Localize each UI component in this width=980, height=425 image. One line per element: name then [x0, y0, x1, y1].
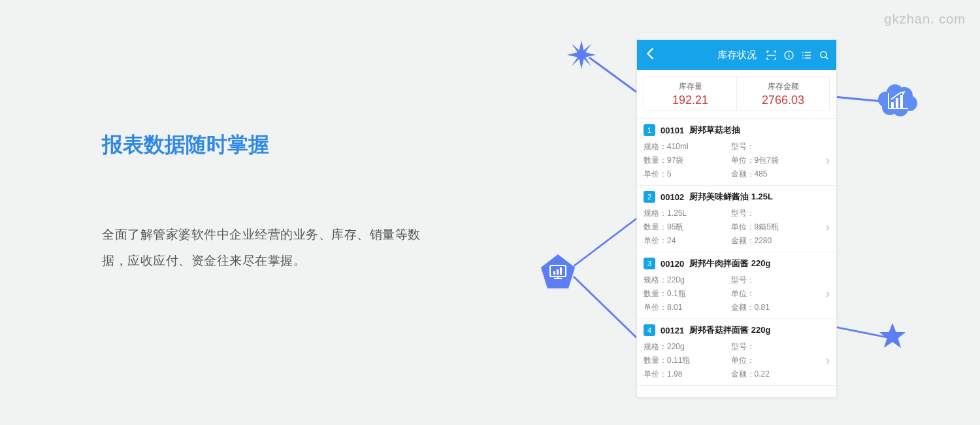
- svg-point-32: [802, 54, 804, 56]
- scan-icon[interactable]: [766, 50, 777, 61]
- summary-row: 库存量 192.21 库存金额 2766.03: [637, 70, 836, 119]
- svg-rect-11: [557, 269, 559, 275]
- svg-rect-22: [896, 98, 898, 108]
- app-header: 库存状况: [637, 40, 836, 70]
- qty-field: 数量：95瓶: [644, 222, 731, 233]
- monitor-chart-icon: [540, 254, 576, 290]
- info-icon[interactable]: [783, 50, 794, 61]
- summary-qty-label: 库存量: [644, 81, 736, 92]
- svg-line-0: [589, 58, 640, 95]
- spec-field: 规格：220g: [644, 275, 731, 286]
- model-field: 型号：: [731, 141, 819, 152]
- item-code: 00121: [661, 326, 684, 335]
- svg-line-1: [574, 216, 640, 266]
- item-name: 厨邦香菇拌面酱 220g: [689, 324, 770, 336]
- starburst-icon: [567, 41, 596, 72]
- svg-point-30: [802, 52, 804, 53]
- amount-field: 金额：0.22: [731, 369, 819, 380]
- list-item[interactable]: 300120厨邦牛肉拌面酱 220g规格：220g型号：›数量：0.1瓶单位：单…: [637, 252, 836, 319]
- item-code: 00120: [661, 259, 684, 269]
- amount-field: 金额：0.81: [731, 302, 819, 313]
- summary-amount-value: 2766.03: [737, 94, 829, 107]
- unit-field: 单位：: [731, 288, 819, 299]
- svg-rect-10: [553, 271, 555, 275]
- page-title: 库存状况: [717, 49, 757, 61]
- unit-field: 单位：9箱5瓶: [731, 222, 819, 233]
- search-icon[interactable]: [819, 50, 830, 61]
- svg-point-29: [789, 52, 789, 53]
- item-name: 厨邦草菇老抽: [689, 124, 740, 136]
- index-badge: 1: [644, 124, 655, 136]
- phone-mockup: 库存状况: [636, 39, 837, 398]
- item-name: 厨邦牛肉拌面酱 220g: [689, 258, 770, 269]
- chevron-right-icon[interactable]: ›: [818, 154, 830, 167]
- summary-amount-label: 库存金额: [737, 81, 829, 92]
- index-badge: 4: [644, 324, 655, 336]
- svg-rect-12: [560, 267, 562, 275]
- unit-field: 单位：9包7袋: [731, 155, 819, 166]
- svg-line-3: [834, 97, 882, 101]
- spec-field: 规格：220g: [644, 341, 731, 352]
- price-field: 单价：1.98: [644, 369, 731, 380]
- index-badge: 2: [644, 191, 655, 203]
- svg-line-2: [574, 277, 639, 340]
- qty-field: 数量：0.1瓶: [644, 288, 731, 299]
- chevron-right-icon[interactable]: ›: [818, 354, 830, 367]
- svg-point-34: [802, 57, 804, 58]
- item-code: 00101: [661, 126, 684, 135]
- item-code: 00102: [661, 192, 684, 202]
- star-icon: [878, 322, 907, 353]
- svg-point-36: [821, 51, 826, 57]
- back-icon[interactable]: [644, 46, 658, 63]
- item-name: 厨邦美味鲜酱油 1.25L: [689, 191, 773, 203]
- cloud-chart-icon: [877, 84, 919, 123]
- price-field: 单价：24: [644, 235, 731, 246]
- model-field: 型号：: [731, 275, 819, 286]
- item-list[interactable]: 100101厨邦草菇老抽规格：410ml型号：›数量：97袋单位：9包7袋单价：…: [637, 119, 836, 386]
- unit-field: 单位：: [731, 355, 819, 366]
- amount-field: 金额：2280: [731, 235, 819, 246]
- amount-field: 金额：485: [731, 169, 819, 180]
- qty-field: 数量：97袋: [644, 155, 731, 166]
- svg-line-37: [826, 56, 828, 58]
- model-field: 型号：: [731, 208, 819, 219]
- price-field: 单价：8.01: [644, 302, 731, 313]
- chevron-right-icon[interactable]: ›: [818, 220, 830, 234]
- list-item[interactable]: 200102厨邦美味鲜酱油 1.25L规格：1.25L型号：›数量：95瓶单位：…: [637, 186, 836, 252]
- list-icon[interactable]: [801, 50, 812, 61]
- summary-qty-value: 192.21: [644, 94, 736, 107]
- spec-field: 规格：410ml: [644, 141, 731, 152]
- svg-rect-21: [891, 102, 894, 108]
- summary-amount[interactable]: 库存金额 2766.03: [736, 76, 830, 110]
- list-item[interactable]: 100101厨邦草菇老抽规格：410ml型号：›数量：97袋单位：9包7袋单价：…: [637, 119, 836, 186]
- index-badge: 3: [644, 258, 655, 269]
- chevron-right-icon[interactable]: ›: [818, 287, 830, 301]
- svg-rect-23: [900, 95, 903, 108]
- qty-field: 数量：0.11瓶: [644, 355, 731, 366]
- list-item[interactable]: 400121厨邦香菇拌面酱 220g规格：220g型号：›数量：0.11瓶单位：…: [637, 319, 836, 386]
- summary-qty[interactable]: 库存量 192.21: [644, 76, 736, 110]
- spec-field: 规格：1.25L: [644, 208, 731, 219]
- price-field: 单价：5: [644, 169, 731, 180]
- svg-marker-5: [567, 41, 596, 69]
- model-field: 型号：: [731, 341, 819, 352]
- svg-marker-25: [879, 323, 906, 348]
